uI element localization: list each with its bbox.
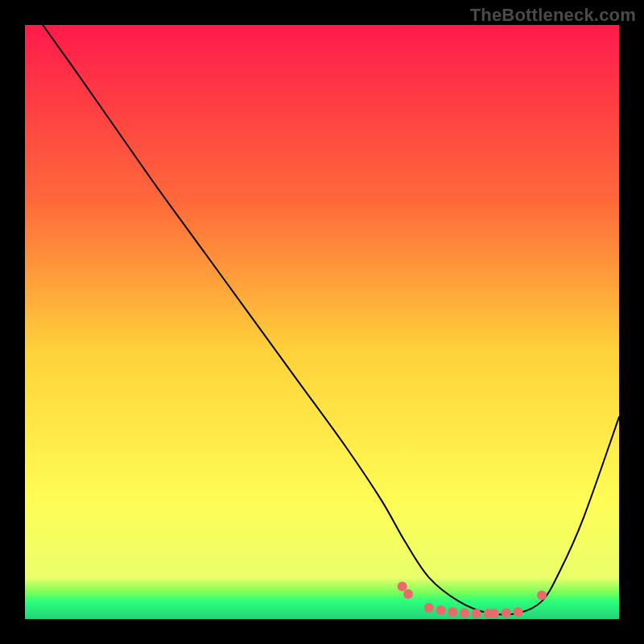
optimal-point xyxy=(514,607,523,617)
watermark-text: TheBottleneck.com xyxy=(470,5,636,26)
optimal-point xyxy=(398,581,407,591)
optimal-point xyxy=(489,609,499,618)
optimal-point xyxy=(448,607,457,617)
optimal-point xyxy=(537,590,547,600)
bottleneck-chart xyxy=(0,0,644,644)
plot-background xyxy=(25,25,619,619)
optimal-point xyxy=(424,603,434,613)
optimal-point xyxy=(502,609,511,618)
optimal-point xyxy=(460,609,469,618)
optimal-point xyxy=(436,605,446,615)
optimal-point xyxy=(403,589,413,599)
optimal-point xyxy=(472,609,481,618)
